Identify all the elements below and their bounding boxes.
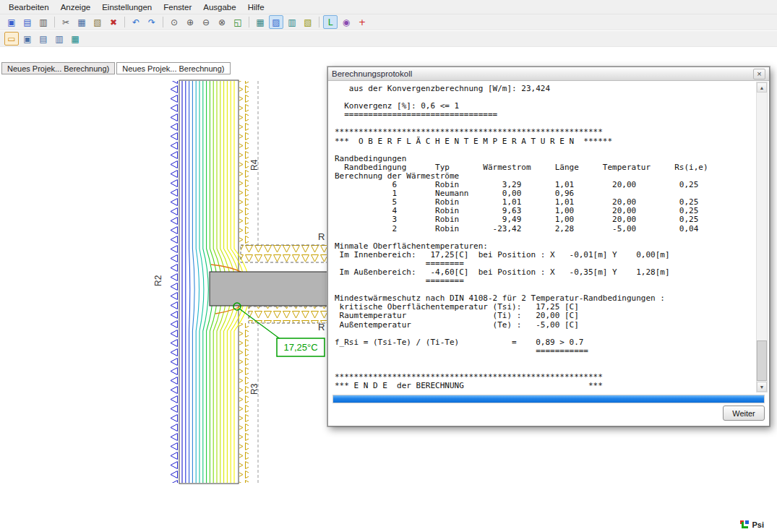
dialog-title: Berechnungsprotokoll bbox=[332, 69, 412, 78]
slab-top-hatch-band bbox=[241, 245, 332, 262]
print-icon[interactable]: ▥ bbox=[36, 15, 51, 29]
label-r2: R2 bbox=[153, 275, 163, 286]
material-search-icon[interactable]: ◉ bbox=[339, 15, 353, 29]
paste-icon[interactable]: ▧ bbox=[90, 15, 105, 29]
isotherm-view-icon[interactable]: L bbox=[323, 15, 338, 29]
redo-icon[interactable]: ↷ bbox=[145, 15, 159, 29]
thermal-bridge-drawing: 17,25°C R4 R2 R3 R R bbox=[0, 76, 340, 489]
project-folder-icon[interactable]: ▭ bbox=[4, 32, 19, 46]
hatch-icon[interactable]: ▧ bbox=[301, 15, 315, 29]
floor-slab bbox=[210, 272, 332, 306]
save-all-icon[interactable]: ▤ bbox=[20, 15, 35, 29]
exterior-boundary-hatch bbox=[169, 81, 179, 483]
undo-icon[interactable]: ↶ bbox=[129, 15, 143, 29]
toolbar-separator bbox=[54, 17, 55, 27]
zoom-in-icon[interactable]: ⊕ bbox=[183, 15, 197, 29]
split-view-icon[interactable]: ▥ bbox=[52, 32, 66, 46]
label-r-bottom: R bbox=[318, 322, 325, 332]
copy-icon[interactable]: ▦ bbox=[74, 15, 89, 29]
label-r-top: R bbox=[318, 231, 325, 242]
status-bar: Psi bbox=[739, 519, 764, 531]
tab-project-berechnung-1[interactable]: Neues Projek... Berechnung) bbox=[1, 62, 115, 74]
tile-windows-icon[interactable]: ▤ bbox=[36, 32, 51, 46]
tab-project-berechnung-2[interactable]: Neues Projek... Berechnung) bbox=[116, 62, 230, 74]
report-icon[interactable]: ▦ bbox=[68, 32, 82, 46]
zoom-reset-icon[interactable]: ⊗ bbox=[215, 15, 229, 29]
scroll-up-icon[interactable]: ▲ bbox=[757, 82, 767, 93]
toolbar-separator bbox=[319, 17, 319, 27]
dialog-berechnungsprotokoll: Berechnungsprotokoll × aus der Konvergen… bbox=[327, 66, 770, 426]
progress-bar bbox=[332, 395, 765, 403]
zoom-out-icon[interactable]: ⊖ bbox=[199, 15, 213, 29]
columns-icon[interactable]: ▥ bbox=[285, 15, 299, 29]
scrollbar-thumb[interactable] bbox=[757, 340, 767, 381]
drawing-area[interactable]: 17,25°C R4 R2 R3 R R bbox=[0, 76, 340, 489]
menu-anzeige[interactable]: Anzeige bbox=[55, 1, 97, 13]
toolbar-separator bbox=[124, 17, 125, 27]
interior-boundary-hatch-top bbox=[239, 81, 249, 246]
cut-icon[interactable]: ✂ bbox=[59, 15, 73, 29]
zoom-fit-icon[interactable]: ◱ bbox=[231, 15, 245, 29]
menu-ausgabe[interactable]: Ausgabe bbox=[197, 1, 241, 13]
tab-bar: Neues Projek... Berechnung) Neues Projek… bbox=[1, 62, 232, 74]
label-r3: R3 bbox=[249, 383, 259, 395]
label-r4: R4 bbox=[249, 159, 259, 171]
toolbar-main: ▣▤▥✂▦▧✖↶↷⊙⊕⊖⊗◱▦▨▥▧L◉+ bbox=[0, 14, 777, 30]
progress-bar-fill bbox=[333, 395, 764, 403]
menu-bar: Bearbeiten Anzeige Einstellungen Fenster… bbox=[0, 0, 777, 14]
psi-logo-icon bbox=[739, 520, 750, 530]
menu-einstellungen[interactable]: Einstellungen bbox=[96, 1, 158, 13]
cascade-windows-icon[interactable]: ▣ bbox=[20, 32, 35, 46]
grid-icon[interactable]: ▦ bbox=[253, 15, 267, 29]
toolbar-separator bbox=[249, 17, 249, 27]
select-mode-icon[interactable]: ▨ bbox=[269, 15, 283, 29]
interior-boundary-hatch-bottom bbox=[239, 323, 249, 483]
dialog-title-bar[interactable]: Berechnungsprotokoll × bbox=[328, 67, 769, 81]
application-window: Bearbeiten Anzeige Einstellungen Fenster… bbox=[0, 0, 777, 532]
menu-bearbeiten[interactable]: Bearbeiten bbox=[3, 1, 55, 13]
delete-icon[interactable]: ✖ bbox=[106, 15, 121, 29]
menu-fenster[interactable]: Fenster bbox=[158, 1, 197, 13]
toolbar-secondary: ▭▣▤▥▦ bbox=[0, 31, 777, 47]
toolbar-separator bbox=[163, 17, 163, 27]
menu-hilfe[interactable]: Hilfe bbox=[242, 1, 270, 13]
dialog-scrollbar[interactable]: ▲ ▼ bbox=[756, 82, 768, 392]
save-icon[interactable]: ▣ bbox=[4, 15, 19, 29]
psi-label: Psi bbox=[752, 520, 764, 529]
calculation-log: aus der Konvergenzberechnung [W/m]: 23,4… bbox=[335, 85, 753, 388]
slab-bottom-hatch-band bbox=[249, 306, 332, 323]
zoom-icon[interactable]: ⊙ bbox=[167, 15, 181, 29]
add-boundary-icon[interactable]: + bbox=[355, 15, 369, 29]
weiter-button[interactable]: Weiter bbox=[723, 406, 765, 421]
temp-label: 17,25°C bbox=[283, 342, 317, 353]
scroll-down-icon[interactable]: ▼ bbox=[757, 382, 767, 392]
close-icon[interactable]: × bbox=[753, 69, 765, 80]
